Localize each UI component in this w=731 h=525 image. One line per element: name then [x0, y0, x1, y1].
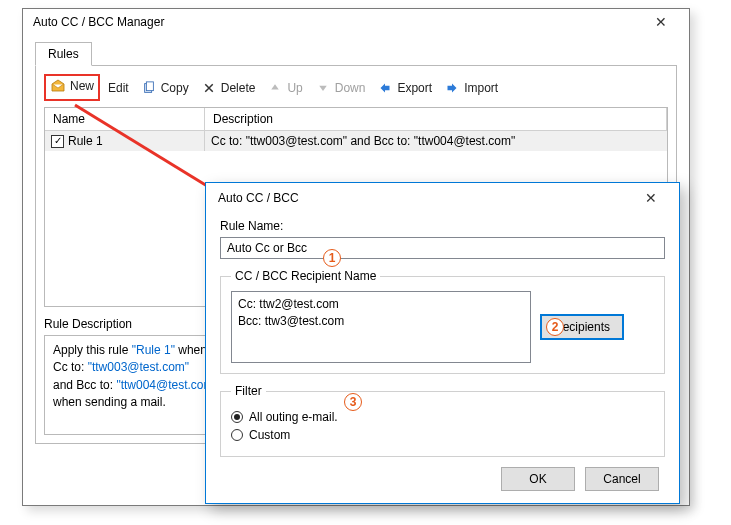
new-highlight: New: [44, 74, 100, 101]
filter-group: Filter All outing e-mail. Custom: [220, 384, 665, 457]
arrow-up-icon: [267, 80, 283, 96]
rule-name: Rule 1: [68, 134, 103, 148]
callout-2: 2: [546, 318, 564, 336]
rule-name-input[interactable]: [220, 237, 665, 259]
delete-icon: [201, 80, 217, 96]
rule-link[interactable]: "Rule 1": [132, 343, 175, 357]
svg-rect-1: [146, 81, 153, 90]
tab-rules[interactable]: Rules: [35, 42, 92, 66]
rule-name-label: Rule Name:: [220, 219, 665, 233]
column-name[interactable]: Name: [45, 108, 205, 130]
new-button[interactable]: New: [50, 78, 94, 94]
cc-link[interactable]: "ttw003@test.com": [88, 360, 189, 374]
main-title: Auto CC / BCC Manager: [33, 15, 164, 29]
filter-legend: Filter: [231, 384, 266, 398]
filter-custom-radio[interactable]: Custom: [231, 428, 654, 442]
import-icon: [444, 80, 460, 96]
recipients-legend: CC / BCC Recipient Name: [231, 269, 380, 283]
export-icon: [377, 80, 393, 96]
rule-desc: Cc to: "ttw003@test.com" and Bcc to: "tt…: [205, 131, 667, 151]
arrow-down-icon: [315, 80, 331, 96]
copy-button[interactable]: Copy: [141, 80, 189, 96]
dialog-title: Auto CC / BCC: [218, 191, 299, 205]
auto-cc-bcc-dialog: Auto CC / BCC ✕ Rule Name: CC / BCC Reci…: [205, 182, 680, 504]
main-titlebar: Auto CC / BCC Manager ✕: [23, 9, 689, 35]
recipients-list[interactable]: Cc: ttw2@test.com Bcc: ttw3@test.com: [231, 291, 531, 363]
rule-enabled-checkbox[interactable]: ✓: [51, 135, 64, 148]
close-icon[interactable]: ✕: [641, 15, 681, 29]
table-row[interactable]: ✓ Rule 1 Cc to: "ttw003@test.com" and Bc…: [45, 131, 667, 151]
callout-1: 1: [323, 249, 341, 267]
export-button[interactable]: Export: [377, 80, 432, 96]
column-description[interactable]: Description: [205, 108, 667, 130]
cancel-button[interactable]: Cancel: [585, 467, 659, 491]
close-icon[interactable]: ✕: [631, 191, 671, 205]
edit-button[interactable]: Edit: [108, 81, 129, 95]
envelope-open-icon: [50, 78, 66, 94]
radio-icon: [231, 411, 243, 423]
down-button: Down: [315, 80, 366, 96]
bcc-link[interactable]: "ttw004@test.com": [116, 378, 217, 392]
up-button: Up: [267, 80, 302, 96]
recipients-group: CC / BCC Recipient Name Cc: ttw2@test.co…: [220, 269, 665, 374]
copy-icon: [141, 80, 157, 96]
filter-all-radio[interactable]: All outing e-mail.: [231, 410, 654, 424]
ok-button[interactable]: OK: [501, 467, 575, 491]
toolbar: New Edit Copy Delete Up D: [44, 74, 668, 107]
callout-3: 3: [344, 393, 362, 411]
import-button[interactable]: Import: [444, 80, 498, 96]
delete-button[interactable]: Delete: [201, 80, 256, 96]
radio-icon: [231, 429, 243, 441]
